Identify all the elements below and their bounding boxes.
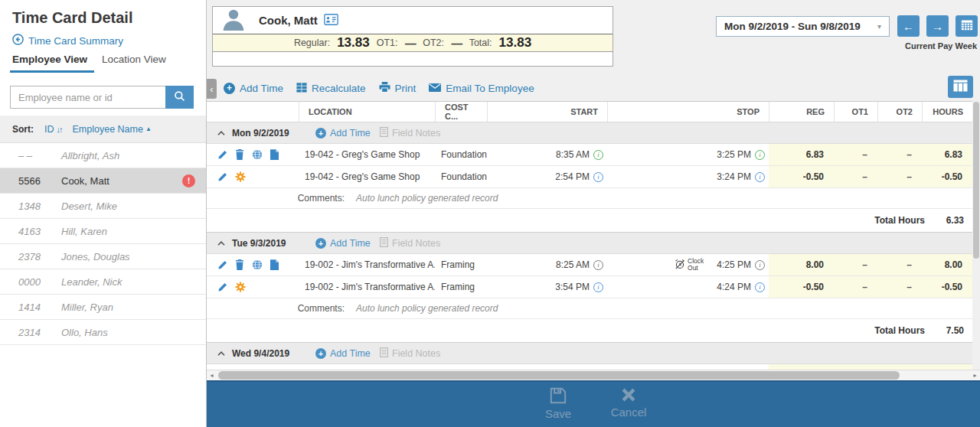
employee-id: 2314 [18,327,61,338]
day-add-time-button[interactable]: Add Time [315,348,374,359]
tab-location-view[interactable]: Location View [102,54,166,65]
cancel-button[interactable]: Cancel [604,387,653,420]
info-icon[interactable] [593,282,603,292]
employee-name: Ollo, Hans [61,327,108,338]
sort-by-name[interactable]: Employee Name ▲ [73,124,152,135]
back-link-label: Time Card Summary [28,35,123,47]
list-item-selected[interactable]: 5566Cook, Matt [0,168,206,194]
email-to-employee-button[interactable]: Email To Employee [429,83,534,94]
employee-id: 1414 [18,302,61,313]
clock-out-indicator[interactable]: ClockOut [675,258,704,272]
info-icon[interactable] [755,150,765,160]
total-hours-label: Total Hours [874,325,925,336]
note-file-icon[interactable] [270,259,279,270]
list-item[interactable]: 2314Ollo, Hans [0,320,206,345]
save-button[interactable]: Save [534,387,583,420]
table-row-auto: 19-002 - Jim's Transformative A... Frami… [207,276,972,298]
chevron-up-icon[interactable] [217,131,225,135]
recalculate-button[interactable]: Recalculate [296,82,366,95]
ot1-value: –– [404,37,416,50]
gps-globe-icon[interactable] [252,149,263,160]
cell-cost-code: Foundation [435,171,487,182]
day-total-row: Total Hours 7.50 [207,319,972,343]
avatar [220,7,247,34]
employee-search-input[interactable] [10,86,165,109]
chevron-up-icon[interactable] [217,241,225,246]
cell-ot2 [877,364,922,370]
column-header-actions [207,102,299,122]
field-notes-button[interactable]: Field Notes [380,237,440,249]
column-header-reg: REG [769,102,834,122]
stop-time: 3:24 PM [717,171,751,182]
info-icon[interactable] [593,150,603,160]
collapse-sidebar-handle[interactable]: ‹ [207,79,217,99]
alert-icon[interactable] [182,174,195,187]
previous-week-button[interactable]: ← [897,15,920,37]
edit-pencil-icon[interactable] [217,260,227,270]
scroll-right-arrow[interactable]: ▸ [970,370,980,380]
cell-ot2: – [877,166,922,187]
day-date: Wed 9/4/2019 [232,348,309,359]
info-icon[interactable] [755,282,765,292]
list-item[interactable]: – –Allbright, Ash [0,143,206,168]
calendar-button[interactable] [956,15,978,37]
column-header-ot2: OT2 [877,102,922,122]
gps-globe-icon[interactable] [252,259,263,270]
cell-ot2: – [877,276,922,298]
save-floppy-icon [550,387,567,406]
chevron-up-icon[interactable] [217,351,225,356]
search-button[interactable] [165,86,194,109]
back-to-summary-link[interactable]: Time Card Summary [12,34,123,47]
list-item[interactable]: 2378Jones, Douglas [0,244,206,269]
sort-bar: Sort: ID ↓↑ Employee Name ▲ [0,116,206,143]
email-label: Email To Employee [446,83,534,94]
edit-pencil-icon[interactable] [217,282,227,292]
total-hours-value: 6.33 [925,215,972,226]
add-time-button[interactable]: Add Time [224,83,283,94]
auto-policy-gear-icon[interactable] [235,171,246,182]
table-row: 19-003 - Sandi's Store - Healthc... Dryw… [207,364,972,370]
info-icon[interactable] [593,260,603,270]
table-row: 19-002 - Jim's Transformative A... Frami… [207,254,972,276]
column-header-stop: STOP [607,102,769,122]
print-button[interactable]: Print [379,82,416,95]
contact-card-icon[interactable] [324,14,338,28]
edit-pencil-icon[interactable] [217,172,227,182]
sort-by-id[interactable]: ID ↓↑ [44,124,62,135]
tab-employee-view[interactable]: Employee View [12,54,87,65]
pay-week-select[interactable]: Mon 9/2/2019 - Sun 9/8/2019 ▾ [716,16,890,37]
scroll-left-arrow[interactable]: ◂ [207,370,217,380]
note-file-icon[interactable] [270,149,279,160]
delete-trash-icon[interactable] [235,149,244,160]
comments-text: Auto lunch policy generated record [356,303,498,314]
sort-asc-icon: ▲ [145,125,152,132]
cell-ot1 [834,364,877,370]
horizontal-scrollbar-thumb[interactable] [218,371,900,380]
delete-trash-icon[interactable] [235,259,244,270]
list-item[interactable]: 1414Miller, Ryan [0,295,206,320]
vertical-scrollbar-thumb[interactable] [973,102,979,259]
info-icon[interactable] [755,260,765,270]
horizontal-scrollbar[interactable]: ◂ ▸ [207,370,980,380]
info-icon[interactable] [593,172,603,182]
total-hours-label: Total Hours [874,215,925,226]
day-add-time-button[interactable]: Add Time [315,128,374,139]
vertical-scrollbar[interactable] [972,100,980,370]
edit-pencil-icon[interactable] [217,150,227,160]
employee-list: – –Allbright, Ash 5566Cook, Matt 1348Des… [0,143,206,345]
day-add-time-button[interactable]: Add Time [315,238,374,249]
clock-out-label-2: Out [688,265,704,272]
field-notes-button[interactable]: Field Notes [380,347,440,360]
list-item[interactable]: 0000Leander, Nick [0,269,206,295]
list-item[interactable]: 4163Hill, Karen [0,219,206,244]
cancel-x-icon [621,387,636,405]
list-item[interactable]: 1348Desert, Mike [0,194,206,219]
cell-ot2: – [877,144,922,165]
column-settings-button[interactable] [948,76,973,98]
field-notes-button[interactable]: Field Notes [380,127,440,139]
next-week-button[interactable]: → [926,15,949,37]
cell-hours [922,364,972,370]
info-icon[interactable] [755,172,765,182]
employee-name: Jones, Douglas [61,251,130,262]
auto-policy-gear-icon[interactable] [235,282,246,292]
